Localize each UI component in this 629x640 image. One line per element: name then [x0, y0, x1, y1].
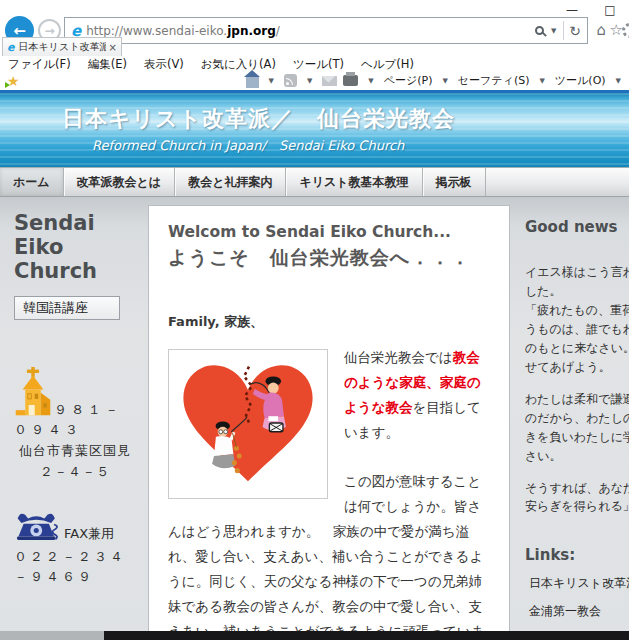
minimize-icon[interactable]: — — [559, 2, 585, 18]
tab-favicon-icon: e — [7, 41, 14, 54]
intro-section: 仙台栄光教会では教会のような家庭、家庭のような教会を目指しています。 この図が意… — [168, 345, 490, 640]
tools-dropdown-icon[interactable]: ▼ — [616, 77, 621, 85]
command-tools[interactable]: ツール(O) — [555, 73, 606, 88]
menu-file[interactable]: ファイル(F) — [8, 57, 71, 73]
command-safety[interactable]: セーフティ(S) — [458, 73, 530, 88]
settings-gear-icon[interactable] — [622, 23, 629, 38]
scripture-line: わたしは柔和で謙遜なものだから、わたしのくびきを負いわたしに学びなさい。 — [525, 390, 629, 466]
street-address: 仙台市青葉区国見２－４－５ — [14, 441, 136, 481]
search-dropdown-icon[interactable]: ▼ — [551, 27, 556, 35]
site-title: 日本キリスト改革派／ 仙台栄光教会 — [62, 104, 629, 134]
nav-about-reformed-church[interactable]: 改革派教会とは — [64, 168, 176, 196]
address-block: ９８１－０９４３ — [14, 366, 136, 439]
telephone-icon — [14, 508, 60, 544]
command-home-icon[interactable] — [246, 77, 259, 88]
nav-home[interactable]: ホーム — [0, 168, 64, 196]
page-dropdown-icon[interactable]: ▼ — [442, 77, 447, 85]
left-sidebar: Sendai Eiko Church 韓国語講座 ９８１－０９４３ 仙台市 — [0, 197, 146, 640]
taskbar-edge — [0, 631, 629, 640]
nav-christian-doctrine[interactable]: キリスト教基本教理 — [286, 168, 422, 196]
sidebar-church-name: Sendai Eiko Church — [14, 211, 136, 283]
site-navigation: ホーム 改革派教会とは 教会と礼拝案内 キリスト教基本教理 掲示板 — [0, 167, 629, 197]
add-favorites-star-icon[interactable]: ★ — [7, 73, 20, 89]
menu-edit[interactable]: 編集(E) — [88, 57, 127, 73]
phone-number: ０２２－２３４－９４６９ — [14, 547, 140, 587]
tab-title: 日本キリスト改革派 仙台栄光... — [18, 40, 105, 54]
print-dropdown-icon[interactable]: ▼ — [368, 77, 373, 85]
search-icon[interactable] — [535, 26, 544, 35]
scripture-line: イエス様はこう言われました。 — [525, 263, 629, 301]
church-icon — [14, 366, 52, 418]
command-bar: ★ ▼ ▼ ▼ ページ(P) ▼ セーフティ(S) ▼ ツール(O) ▼ — [0, 73, 629, 90]
menu-favorites[interactable]: お気に入り(A) — [201, 57, 276, 73]
right-sidebar: Good news イエス様はこう言われました。 「疲れたもの、重荷を負うものは… — [512, 197, 629, 640]
links-heading: Links: — [525, 546, 629, 564]
tab-sendai-eiko[interactable]: e 日本キリスト改革派 仙台栄光... × — [2, 37, 122, 56]
link-gimpo-church[interactable]: 金浦第一教会 — [525, 603, 629, 620]
nav-church-worship-guide[interactable]: 教会と礼拝案内 — [175, 168, 286, 196]
safety-dropdown-icon[interactable]: ▼ — [539, 77, 544, 85]
read-mail-icon[interactable] — [322, 76, 337, 86]
heart-stitching-image — [174, 355, 322, 493]
good-news-text: イエス様はこう言われました。 「疲れたもの、重荷を負うものは、誰でもわたしのもと… — [525, 263, 629, 516]
phone-block: FAX兼用 ０２２－２３４－９４６９ — [14, 508, 140, 587]
menu-view[interactable]: 表示(V) — [144, 57, 184, 73]
good-news-heading: Good news — [525, 218, 629, 236]
site-subtitle: Reformed Church in Japan/ Sendai Eiko Ch… — [92, 137, 629, 155]
command-page[interactable]: ページ(P) — [384, 73, 433, 88]
tab-close-icon[interactable]: × — [109, 42, 117, 53]
welcome-heading-jp: ようこそ 仙台栄光教会へ．．． — [168, 245, 490, 271]
menu-tools[interactable]: ツール(T) — [293, 57, 344, 73]
site-banner: 日本キリスト改革派／ 仙台栄光教会 Reformed Church in Jap… — [0, 93, 629, 167]
welcome-heading-en: Welcom to Sendai Eiko Church... — [168, 223, 490, 241]
browser-window: — □ ← → e http://www.sendai-eiko.jpn.org… — [0, 0, 629, 640]
browser-chrome: — □ ← → e http://www.sendai-eiko.jpn.org… — [0, 0, 629, 93]
menu-help[interactable]: ヘルプ(H) — [361, 57, 414, 73]
scripture-line: 「疲れたもの、重荷を負うものは、誰でもわたしのもとに来なさい。休ませてあげよう。 — [525, 301, 629, 377]
rss-dropdown-icon[interactable]: ▼ — [307, 77, 312, 85]
print-icon[interactable] — [343, 75, 358, 86]
main-column: Welcom to Sendai Eiko Church... ようこそ 仙台栄… — [146, 197, 512, 640]
korean-course-button[interactable]: 韓国語講座 — [14, 296, 120, 320]
family-label: Family, 家族、 — [168, 313, 490, 331]
heart-illustration — [168, 349, 328, 499]
page-content: Sendai Eiko Church 韓国語講座 ９８１－０９４３ 仙台市 — [0, 197, 629, 640]
rss-feed-icon[interactable] — [284, 74, 297, 87]
url-text[interactable]: http://www.sendai-eiko.jpn.org/ — [86, 24, 532, 38]
home-dropdown-icon[interactable]: ▼ — [269, 77, 274, 85]
link-sendai-church[interactable]: 日本キリスト改革派仙台教会 — [525, 575, 629, 592]
nav-bulletin-board[interactable]: 掲示板 — [423, 168, 486, 196]
main-content-box: Welcom to Sendai Eiko Church... ようこそ 仙台栄… — [148, 205, 510, 640]
maximize-icon[interactable]: □ — [597, 2, 623, 18]
scripture-line: そうすれば、あなた方は安らぎを得られる」。 — [525, 479, 629, 517]
tab-bar: e 日本キリスト改革派 仙台栄光... × — [0, 37, 629, 56]
menu-bar: ファイル(F) 編集(E) 表示(V) お気に入り(A) ツール(T) ヘルプ(… — [0, 57, 629, 73]
